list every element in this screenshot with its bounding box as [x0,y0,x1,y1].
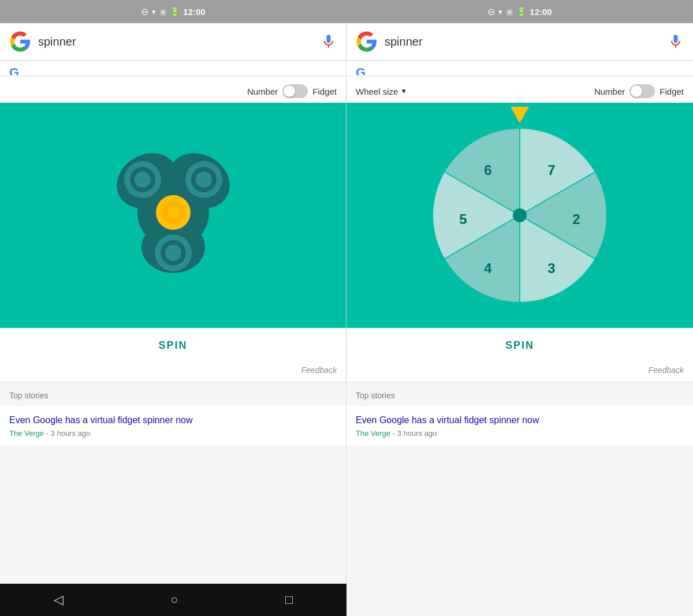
right-feedback[interactable]: Feedback [649,365,684,375]
right-fidget-label: Fidget [660,87,684,96]
left-feedback[interactable]: Feedback [301,365,337,375]
mic-icon-right[interactable] [668,33,684,50]
network-icon-right: ▣ [506,8,513,16]
left-story-card[interactable]: Even Google has a virtual fidget spinner… [0,406,346,446]
left-feedback-row: Feedback [0,363,346,382]
right-spinner-card: Wheel size ▼ Number Fidget [346,77,693,382]
left-partial-header: G [0,61,346,75]
svg-text:7: 7 [547,162,555,178]
left-fidget-label: Fidget [312,87,337,96]
right-spinner-controls: Wheel size ▼ Number Fidget [346,77,693,103]
left-story-source: The Verge - 3 hours ago [9,429,337,438]
left-number-label: Number [247,87,278,96]
right-partial-header: G [346,61,693,75]
status-time-right: 12:00 [530,7,552,17]
right-story-source-time: - 3 hours ago [393,429,437,438]
svg-text:3: 3 [547,260,555,276]
left-panel: G Number Fidget [0,23,346,616]
right-story-source: The Verge - 3 hours ago [356,429,684,438]
right-wheel-area[interactable]: 7 2 3 4 5 6 [346,103,693,328]
status-bar: ⊖ ▾ ▣ 🔋 12:00 ⊖ ▾ ▣ 🔋 12:00 [0,0,693,23]
svg-text:5: 5 [459,211,467,227]
right-story-source-name: The Verge [356,429,390,438]
svg-point-15 [167,207,179,218]
right-feedback-row: Feedback [346,363,693,382]
right-toggle[interactable] [629,84,655,98]
right-spin-button[interactable]: SPIN [346,328,693,363]
left-controls-right: Number Fidget [247,84,337,98]
left-spin-button[interactable]: SPIN [0,328,346,363]
wheel-svg: 7 2 3 4 5 6 [422,117,618,313]
left-story-title[interactable]: Even Google has a virtual fidget spinner… [9,414,337,427]
right-story-card[interactable]: Even Google has a virtual fidget spinner… [346,406,693,446]
right-search-input[interactable] [385,35,661,48]
svg-point-22 [513,208,527,222]
network-icon: ▣ [159,8,166,16]
google-logo-left [9,31,31,53]
svg-text:6: 6 [484,162,491,178]
recents-icon-left[interactable]: □ [285,592,293,607]
left-story-source-name: The Verge [9,429,44,438]
home-icon-left[interactable]: ○ [170,592,178,607]
status-icons-right: ⊖ ▾ ▣ 🔋 12:00 [487,6,552,17]
right-panel: G Wheel size ▼ Number Fidget [346,23,693,616]
right-search-bar [346,23,693,60]
chevron-down-icon: ▼ [400,87,407,95]
left-search-input[interactable] [38,35,314,48]
battery-icon: 🔋 [170,7,180,16]
svg-text:2: 2 [572,211,580,227]
back-icon-left[interactable]: ◁ [54,592,64,607]
wheel-size-btn[interactable]: Wheel size ▼ [356,87,407,96]
status-bar-left: ⊖ ▾ ▣ 🔋 12:00 [0,0,346,23]
status-icons-left: ⊖ ▾ ▣ 🔋 12:00 [141,6,205,17]
status-time-left: 12:00 [183,7,205,17]
left-story-source-time: - 3 hours ago [46,429,91,438]
google-logo-right [356,31,378,53]
svg-text:4: 4 [484,260,492,276]
phones-container: G Number Fidget [0,23,693,616]
left-fidget-area[interactable] [0,103,346,328]
svg-point-6 [135,171,151,188]
status-bar-right: ⊖ ▾ ▣ 🔋 12:00 [346,0,693,23]
partial-g-right: G [356,65,366,75]
right-story-title[interactable]: Even Google has a virtual fidget spinner… [356,414,684,427]
wifi-icon-right: ▾ [498,8,502,16]
right-top-stories-label: Top stories [346,384,693,405]
wifi-icon: ▾ [152,8,156,16]
left-bottom-nav: ◁ ○ □ [0,584,346,616]
left-search-bar [0,23,346,60]
dnd-icon-right: ⊖ [487,6,495,17]
fidget-spinner-svg [81,123,266,308]
partial-g-left: G [9,65,19,75]
battery-icon-right: 🔋 [516,7,526,16]
left-top-stories-label: Top stories [0,384,346,405]
right-controls-right: Number Fidget [594,84,684,98]
left-toggle[interactable] [282,84,308,98]
mic-icon-left[interactable] [321,33,337,50]
dnd-icon: ⊖ [141,6,148,17]
left-spinner-card: Number Fidget [0,77,346,382]
wheel-container: 7 2 3 4 5 6 [422,117,618,313]
svg-point-12 [165,245,181,261]
wheel-pointer [511,107,529,123]
svg-point-9 [196,171,212,188]
wheel-size-label: Wheel size [356,87,398,96]
right-number-label: Number [594,87,625,96]
left-spinner-controls: Number Fidget [0,77,346,103]
